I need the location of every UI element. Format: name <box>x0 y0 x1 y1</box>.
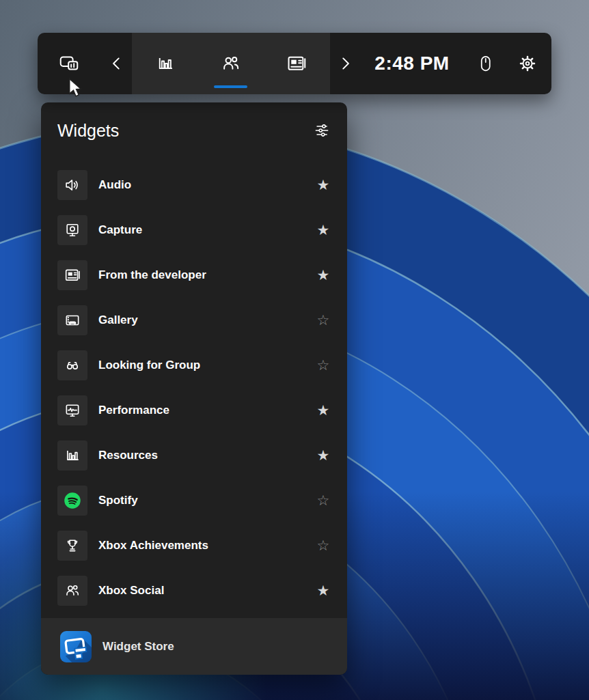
favorite-star[interactable]: ☆ <box>313 531 333 561</box>
desktop-screen: 2:48 PM Widgets <box>0 0 589 700</box>
panel-title: Widgets <box>57 121 119 141</box>
filter-sliders-icon <box>313 122 331 139</box>
widget-label: Resources <box>98 449 158 462</box>
favorite-star[interactable]: ★ <box>313 440 333 471</box>
favorite-star[interactable]: ☆ <box>313 350 333 380</box>
audio-tile <box>57 170 87 200</box>
binoculars-icon <box>64 356 81 374</box>
widget-label: From the developer <box>98 268 206 282</box>
spotify-icon <box>62 490 83 511</box>
widget-label: Audio <box>98 178 131 192</box>
widget-store-label: Widget Store <box>102 640 174 654</box>
developer-widget-button[interactable] <box>282 33 312 94</box>
gallery-tile <box>57 305 87 335</box>
mouse-toggle-button[interactable] <box>469 33 499 94</box>
lfg-tile <box>57 350 87 380</box>
capture-tile <box>57 215 87 245</box>
favorite-star[interactable]: ☆ <box>313 305 333 335</box>
clock: 2:48 PM <box>372 33 452 94</box>
widget-row-spotify[interactable]: Spotify ☆ <box>57 486 335 516</box>
spotify-tile <box>57 486 87 516</box>
widget-row-looking-for-group[interactable]: Looking for Group ☆ <box>57 350 335 380</box>
bar-chart-icon <box>64 447 81 464</box>
widget-row-gallery[interactable]: Gallery ☆ <box>57 305 335 335</box>
filter-button[interactable] <box>309 117 335 143</box>
widget-label: Performance <box>98 404 169 417</box>
bar-chart-icon <box>155 53 176 74</box>
settings-button[interactable] <box>512 33 543 94</box>
mouse-cursor <box>66 78 84 98</box>
collapse-bar-button[interactable] <box>102 33 132 94</box>
widget-list: Audio ★ Capture ★ <box>57 170 335 621</box>
widget-row-xbox-social[interactable]: Xbox Social ★ <box>57 576 335 606</box>
favorite-star[interactable]: ★ <box>313 576 333 606</box>
resources-tile <box>57 440 87 471</box>
widget-row-xbox-achievements[interactable]: Xbox Achievements ☆ <box>57 531 335 561</box>
widget-label: Gallery <box>98 313 138 327</box>
widget-label: Looking for Group <box>98 359 200 372</box>
favorite-star[interactable]: ★ <box>313 260 333 290</box>
widget-label: Xbox Social <box>98 584 164 598</box>
audio-speaker-icon <box>64 176 81 194</box>
game-bar: 2:48 PM <box>38 33 551 94</box>
chevron-left-icon <box>108 55 126 72</box>
favorite-star[interactable]: ★ <box>313 170 333 200</box>
widgets-panel-header: Widgets <box>57 113 335 148</box>
gallery-film-icon <box>64 311 81 329</box>
active-widget-indicator <box>214 85 247 88</box>
expand-bar-button[interactable] <box>330 33 360 94</box>
widget-row-performance[interactable]: Performance ★ <box>57 395 335 425</box>
widget-row-from-the-developer[interactable]: From the developer ★ <box>57 260 335 290</box>
widget-row-capture[interactable]: Capture ★ <box>57 215 335 245</box>
performance-tile <box>57 395 87 425</box>
performance-widget-button[interactable] <box>150 33 180 94</box>
social-tile <box>57 576 87 606</box>
favorite-star[interactable]: ★ <box>313 215 333 245</box>
favorite-star[interactable]: ☆ <box>313 486 333 516</box>
developer-tile <box>57 260 87 290</box>
newspaper-icon <box>64 266 81 284</box>
achievements-tile <box>57 531 87 561</box>
chevron-right-icon <box>336 55 354 72</box>
people-icon <box>220 53 242 74</box>
widget-row-resources[interactable]: Resources ★ <box>57 440 335 471</box>
capture-monitor-icon <box>64 221 81 239</box>
trophy-icon <box>64 537 81 555</box>
widgets-panel: Widgets Aud <box>41 102 347 675</box>
mouse-icon <box>474 53 495 74</box>
newspaper-icon <box>286 53 307 74</box>
widget-store-tile <box>60 631 92 662</box>
gear-icon <box>517 53 538 74</box>
favorite-star[interactable]: ★ <box>313 395 333 425</box>
widget-label: Spotify <box>98 494 138 507</box>
widget-label: Capture <box>98 223 142 237</box>
people-icon <box>64 582 81 600</box>
performance-monitor-icon <box>64 402 81 419</box>
widget-label: Xbox Achievements <box>98 539 208 552</box>
widget-menu-icon <box>58 53 80 74</box>
widget-store-row[interactable]: Widget Store <box>41 618 347 675</box>
widget-store-icon <box>60 631 92 662</box>
widget-row-audio[interactable]: Audio ★ <box>57 170 335 200</box>
